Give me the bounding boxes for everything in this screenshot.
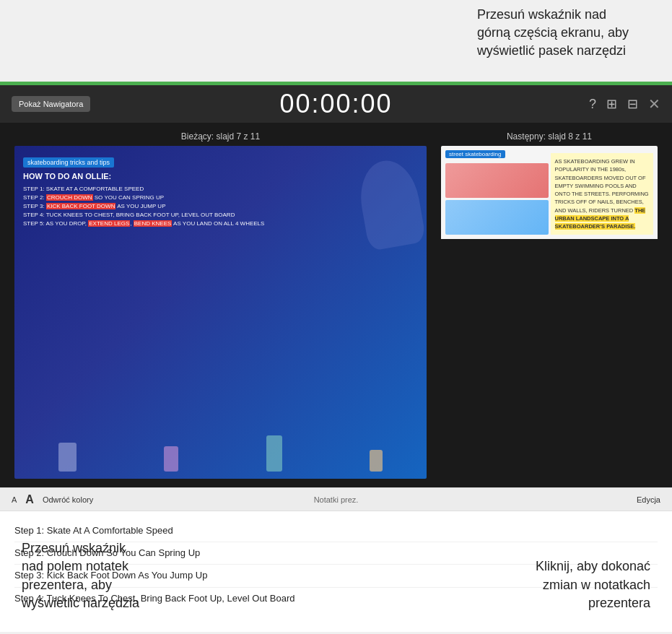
skater-silhouette [354,156,427,251]
step1: STEP 1: SKATE AT A COMFORTABLE SPEED [23,185,418,194]
next-slide-frame: street skateboarding AS SKATEBOARDING GR… [441,146,658,479]
step4: STEP 4: TUCK KNEES TO CHEST, BRING BACK … [23,211,418,220]
annotation-bottom-right: Kliknij, aby dokonać zmian w notatkach p… [441,490,672,634]
photo-2 [445,200,549,235]
step5: STEP 5: AS YOU DROP, EXTEND LEGS, BEND K… [23,220,418,228]
current-slide-content: skateboarding tricks and tips HOW TO DO … [14,146,427,479]
current-slide-steps: STEP 1: SKATE AT A COMFORTABLE SPEED STE… [23,185,418,228]
toolbar-left: Pokaż Nawigatora [12,96,90,112]
current-slide-section: Bieżący: slajd 7 z 11 skateboarding tric… [14,131,427,479]
annotation-bottom-right-text: Kliknij, aby dokonać zmian w notatkach p… [536,557,650,612]
show-navigator-button[interactable]: Pokaż Nawigatora [12,96,90,112]
current-slide-frame: skateboarding tricks and tips HOW TO DO … [14,146,427,479]
next-slide-section: Następny: slajd 8 z 11 street skateboard… [441,131,658,479]
notes-presenter-label: Notatki prez. [314,495,359,504]
slides-area: Bieżący: slajd 7 z 11 skateboarding tric… [0,123,672,487]
annotation-bottom-left-text: Przesuń wskaźnik nad polem notatek preze… [22,539,139,612]
photo-1 [445,163,549,198]
next-slide-content: street skateboarding AS SKATEBOARDING GR… [441,146,658,239]
close-icon[interactable]: ✕ [648,95,660,113]
next-slide-label: Następny: slajd 8 z 11 [441,131,658,142]
annotation-top: Przesuń wskaźnik nad górną częścią ekran… [0,0,672,87]
current-slide-label: Bieżący: slajd 7 z 11 [14,131,427,142]
step3: STEP 3: KICK BACK FOOT DOWN AS YOU JUMP … [23,202,418,211]
annotation-bottom-left: Przesuń wskaźnik nad polem notatek preze… [0,490,217,634]
current-slide-tag: skateboarding tricks and tips [23,157,114,168]
toolbar-right: ? ⊞ ⊟ ✕ [589,95,660,113]
next-slide-text-block: AS SKATEBOARDING GREW IN POPULARITY IN T… [551,153,654,235]
mirror-icon[interactable]: ⊞ [606,96,617,112]
slide-decoration [14,435,427,472]
timer-display: 00:00:00 [279,89,392,119]
presenter-window: Pokaż Nawigatora 00:00:00 ? ⊞ ⊟ ✕ Bieżąc… [0,83,672,487]
help-icon[interactable]: ? [589,97,596,112]
toolbar: Pokaż Nawigatora 00:00:00 ? ⊞ ⊟ ✕ [0,85,672,123]
step2: STEP 2: CROUCH DOWN SO YOU CAN SPRING UP [23,194,418,202]
next-slide-tag: street skateboarding [445,150,505,158]
current-slide-title: HOW TO DO AN OLLIE: [23,172,418,181]
toolbar-indicator-line [0,82,672,84]
layout-icon[interactable]: ⊟ [627,96,638,112]
annotation-top-text: Przesuń wskaźnik nad górną częścią ekran… [477,6,629,61]
